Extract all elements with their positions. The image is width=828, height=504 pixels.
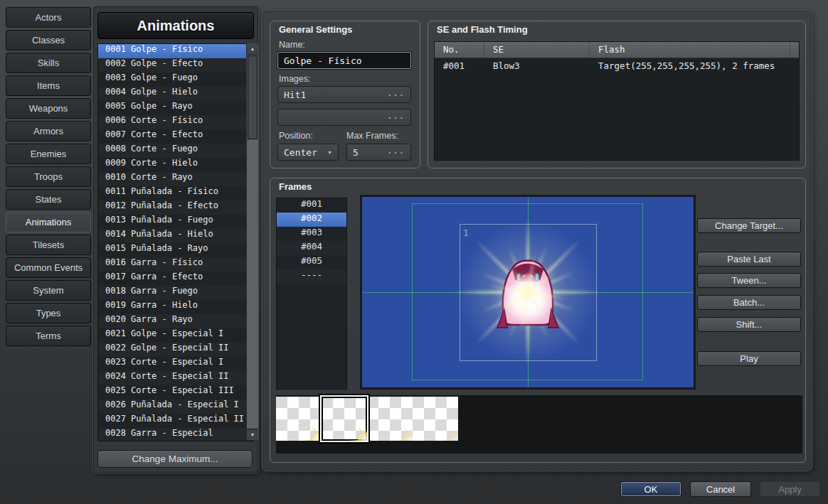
sidebar-tab[interactable]: Skills bbox=[6, 53, 91, 73]
animation-list-item[interactable]: 0017 Garra - Efecto bbox=[98, 272, 249, 286]
animation-list-item[interactable]: 0016 Garra - Físico bbox=[98, 257, 249, 272]
animation-list-item[interactable]: 0025 Corte - Especial III bbox=[98, 385, 249, 400]
batch-button[interactable]: Batch... bbox=[697, 295, 801, 310]
animation-list-item[interactable]: 0007 Corte - Efecto bbox=[98, 129, 249, 144]
animation-list-item[interactable]: 0028 Garra - Especial bbox=[98, 428, 249, 441]
burst-icon bbox=[322, 397, 367, 441]
animation-list-item[interactable]: 0027 Puñalada - Especial II bbox=[98, 414, 249, 428]
name-value: Golpe - Físico bbox=[284, 55, 362, 66]
general-settings-title: General Settings bbox=[279, 24, 352, 35]
max-frames-input[interactable]: 5 ... bbox=[346, 144, 411, 161]
animation-list-item[interactable]: 0012 Puñalada - Efecto bbox=[98, 200, 249, 215]
animation-list-item[interactable]: 0010 Corte - Rayo bbox=[98, 172, 249, 186]
scrollbar-thumb[interactable] bbox=[248, 55, 258, 139]
animations-panel: Animations 0001 Golpe - Físico0002 Golpe… bbox=[92, 6, 259, 473]
max-frames-value: 5 bbox=[353, 147, 387, 158]
sidebar-tab[interactable]: Common Events bbox=[6, 257, 91, 278]
preview-canvas[interactable]: 1 bbox=[362, 197, 694, 387]
ellipsis-icon: ... bbox=[387, 111, 405, 121]
animation-list-item[interactable]: 0018 Garra - Fuego bbox=[98, 286, 249, 300]
frame-list-item[interactable]: #005 bbox=[277, 255, 346, 269]
frame-thumbnail[interactable] bbox=[276, 397, 322, 441]
animation-list-item[interactable]: 0024 Corte - Especial II bbox=[98, 371, 249, 385]
animation-list-item[interactable]: 0001 Golpe - Físico bbox=[98, 44, 249, 58]
sidebar-tab[interactable]: States bbox=[6, 189, 91, 210]
frame-list-item[interactable]: #003 bbox=[277, 227, 346, 241]
scroll-down-button[interactable]: ▼ bbox=[247, 429, 258, 440]
name-label: Name: bbox=[279, 40, 305, 50]
animation-list-item[interactable]: 0006 Corte - Físico bbox=[98, 115, 249, 129]
column-header-se[interactable]: SE bbox=[484, 42, 590, 58]
animation-list-item[interactable]: 0004 Golpe - Hielo bbox=[98, 87, 249, 101]
animation-list-scrollbar[interactable]: ▲ ▼ bbox=[246, 43, 258, 440]
shift-button[interactable]: Shift... bbox=[697, 317, 801, 332]
se-flash-table[interactable]: No. SE Flash #001 Blow3 Target(255,255,2… bbox=[434, 41, 800, 161]
image1-picker[interactable]: Hit1 ... bbox=[277, 86, 411, 103]
dropdown-arrow-icon: ▼ bbox=[327, 150, 332, 155]
animation-list-item[interactable]: 0022 Golpe - Especial II bbox=[98, 343, 249, 357]
animation-list-item[interactable]: 0021 Golpe - Especial I bbox=[98, 328, 249, 343]
column-header-no[interactable]: No. bbox=[435, 42, 484, 58]
sidebar-tab[interactable]: Tilesets bbox=[6, 235, 91, 255]
sidebar-tab[interactable]: Weapons bbox=[6, 98, 91, 119]
animation-list-item[interactable]: 0002 Golpe - Efecto bbox=[98, 58, 249, 73]
sidebar-tab[interactable]: Terms bbox=[6, 326, 91, 346]
animation-list-item[interactable]: 0023 Corte - Especial I bbox=[98, 357, 249, 371]
burst-icon bbox=[276, 397, 322, 441]
ellipsis-icon: ... bbox=[387, 88, 405, 98]
position-label: Position: bbox=[279, 131, 313, 141]
frame-thumbnail[interactable] bbox=[413, 397, 458, 441]
frame-thumbnail[interactable] bbox=[322, 397, 367, 441]
sidebar-tab[interactable]: Troops bbox=[6, 166, 91, 187]
frame-list-item[interactable]: #004 bbox=[277, 241, 346, 255]
animation-list-item[interactable]: 0026 Puñalada - Especial I bbox=[98, 400, 249, 414]
name-input[interactable]: Golpe - Físico bbox=[277, 52, 411, 69]
animation-list-item[interactable]: 0011 Puñalada - Físico bbox=[98, 186, 249, 200]
animations-panel-title: Animations bbox=[97, 12, 254, 39]
frame-thumbnail[interactable] bbox=[367, 397, 413, 441]
position-select[interactable]: Center ▼ bbox=[277, 144, 339, 161]
ok-button[interactable]: OK bbox=[620, 481, 681, 497]
frame-list-item[interactable]: #001 bbox=[277, 198, 346, 213]
play-button[interactable]: Play bbox=[697, 351, 801, 366]
image1-value: Hit1 bbox=[284, 90, 387, 100]
animation-preview[interactable]: 1 bbox=[360, 195, 696, 390]
frame-list-item[interactable]: ---- bbox=[277, 269, 346, 284]
sidebar-tab[interactable]: Animations bbox=[6, 212, 91, 232]
animation-list: 0001 Golpe - Físico0002 Golpe - Efecto00… bbox=[97, 43, 254, 441]
scroll-up-button[interactable]: ▲ bbox=[247, 43, 258, 55]
animation-list-item[interactable]: 0020 Garra - Rayo bbox=[98, 314, 249, 328]
sidebar-tab[interactable]: Actors bbox=[6, 7, 91, 28]
sidebar-tab[interactable]: Armors bbox=[6, 121, 91, 141]
sidebar-tab[interactable]: Enemies bbox=[6, 144, 91, 164]
animation-list-item[interactable]: 0013 Puñalada - Fuego bbox=[98, 215, 249, 229]
burst-icon bbox=[413, 397, 458, 441]
se-table-row[interactable]: #001 Blow3 Target(255,255,255,255), 2 fr… bbox=[435, 58, 799, 74]
tween-button[interactable]: Tween... bbox=[697, 273, 801, 288]
sidebar-tab[interactable]: Types bbox=[6, 303, 91, 323]
editor-panel: General Settings Name: Golpe - Físico Im… bbox=[262, 10, 812, 471]
sidebar-tab[interactable]: Classes bbox=[6, 30, 91, 50]
max-frames-label: Max Frames: bbox=[346, 131, 398, 141]
animation-list-item[interactable]: 0009 Corte - Hielo bbox=[98, 158, 249, 172]
se-flash-group: SE and Flash Timing No. SE Flash #001 Bl… bbox=[428, 21, 806, 168]
frame-thumbnails bbox=[276, 395, 802, 454]
preview-cell-number: 1 bbox=[463, 227, 469, 238]
animation-list-item[interactable]: 0015 Puñalada - Rayo bbox=[98, 243, 249, 257]
sidebar-tab[interactable]: System bbox=[6, 280, 91, 301]
change-maximum-button[interactable]: Change Maximum... bbox=[97, 450, 253, 468]
animation-list-item[interactable]: 0014 Puñalada - Hielo bbox=[98, 229, 249, 243]
column-header-flash[interactable]: Flash bbox=[590, 42, 790, 58]
image2-picker[interactable]: ... bbox=[277, 109, 411, 126]
animation-list-item[interactable]: 0003 Golpe - Fuego bbox=[98, 73, 249, 87]
apply-button[interactable]: Apply bbox=[760, 481, 820, 497]
animation-list-item[interactable]: 0008 Corte - Fuego bbox=[98, 144, 249, 158]
change-target-button[interactable]: Change Target... bbox=[697, 218, 801, 233]
animation-list-item[interactable]: 0005 Golpe - Rayo bbox=[98, 101, 249, 115]
burst-icon bbox=[367, 397, 413, 441]
sidebar-tab[interactable]: Items bbox=[6, 75, 91, 96]
frame-list-item[interactable]: #002 bbox=[277, 213, 346, 227]
animation-list-item[interactable]: 0019 Garra - Hielo bbox=[98, 300, 249, 314]
cancel-button[interactable]: Cancel bbox=[690, 481, 751, 497]
paste-last-button[interactable]: Paste Last bbox=[697, 252, 801, 267]
